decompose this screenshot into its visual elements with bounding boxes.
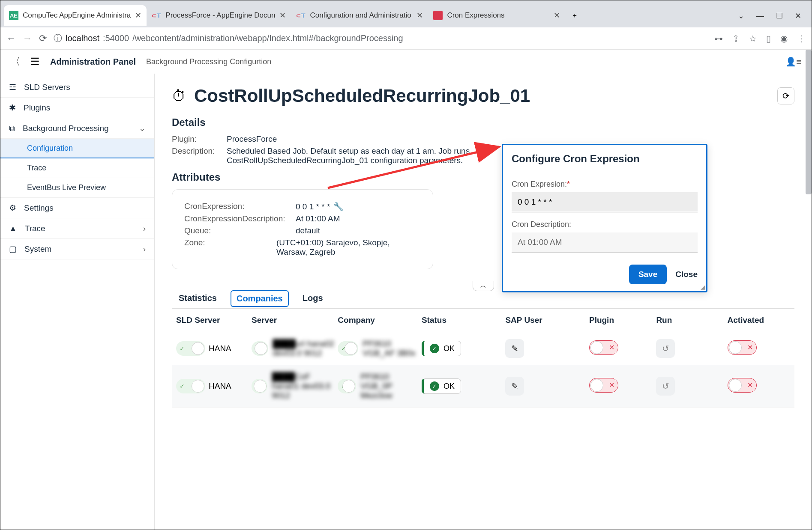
- panel-title: Administration Panel: [50, 57, 136, 67]
- tab-close-3[interactable]: ✕: [554, 11, 560, 20]
- hdr-server: Server: [252, 316, 338, 325]
- database-icon: ☲: [9, 82, 16, 92]
- sidebar-item-bg[interactable]: ⧉Background Processing⌄: [0, 118, 154, 139]
- sidebar-sub-configuration[interactable]: Configuration: [0, 139, 154, 158]
- status-text: OK: [443, 382, 455, 391]
- run-button[interactable]: ↺: [656, 339, 675, 358]
- resize-handle-icon[interactable]: ◢: [701, 283, 705, 290]
- tab-logs[interactable]: Logs: [300, 288, 326, 308]
- refresh-button[interactable]: ⟳: [777, 87, 794, 104]
- edit-sap-user[interactable]: ✎: [505, 377, 524, 396]
- maximize-icon[interactable]: ☐: [776, 11, 783, 21]
- sidebar-item-sld[interactable]: ☲SLD Servers: [0, 77, 154, 98]
- company-text: PF0610 VGB_0P Mezclow: [360, 372, 421, 400]
- plugin-toggle[interactable]: ✕: [589, 340, 618, 355]
- bookmark-icon[interactable]: ☆: [749, 33, 757, 44]
- edit-sap-user[interactable]: ✎: [505, 339, 524, 358]
- chevron-right-icon: ›: [143, 244, 146, 254]
- browser-tab-0[interactable]: AE CompuTec AppEngine Administra ✕: [4, 5, 147, 26]
- company-toggle[interactable]: ✓: [338, 379, 356, 393]
- tab-statistics[interactable]: Statistics: [176, 288, 219, 308]
- favicon-1: ⊂⊤: [152, 11, 161, 20]
- scrollbar[interactable]: [806, 50, 812, 194]
- browser-tab-1[interactable]: ⊂⊤ ProcessForce - AppEngine Docun ✕: [147, 5, 291, 26]
- sidebar-label: Plugins: [24, 103, 50, 113]
- plugin-toggle[interactable]: ✕: [589, 378, 618, 393]
- chevron-down-icon[interactable]: ⌄: [738, 11, 744, 21]
- tab-close-1[interactable]: ✕: [279, 11, 286, 20]
- attributes-card: CronExpression:0 0 1 * * *🔧 CronExpressi…: [172, 189, 433, 269]
- cron-expression-label: Cron Expresion:*: [512, 180, 698, 189]
- minimize-icon[interactable]: —: [756, 12, 764, 21]
- hdr-activated: Activated: [728, 316, 794, 325]
- app-menu-icon[interactable]: ☰: [30, 56, 40, 68]
- sld-toggle[interactable]: ✓: [176, 379, 205, 393]
- hdr-sld: SLD Server: [172, 316, 252, 325]
- plugin-label: Plugin:: [172, 134, 227, 144]
- sidebar: ☲SLD Servers ✱Plugins ⧉Background Proces…: [0, 74, 155, 530]
- tab-companies[interactable]: Companies: [231, 290, 289, 307]
- share-icon[interactable]: ⇪: [732, 33, 740, 44]
- close-button[interactable]: Close: [675, 265, 698, 284]
- sidebar-sub-eventbus[interactable]: EventBus Live Preview: [0, 178, 154, 198]
- sidebar-sub-trace[interactable]: Trace: [0, 158, 154, 178]
- close-window-icon[interactable]: ✕: [795, 11, 801, 21]
- server-toggle[interactable]: ✓: [252, 341, 268, 356]
- sidebar-label: System: [24, 244, 51, 254]
- hdr-status: Status: [422, 316, 506, 325]
- server-toggle[interactable]: ✓: [252, 379, 268, 393]
- reload-button[interactable]: ⟳: [39, 33, 47, 44]
- run-button[interactable]: ↺: [656, 377, 675, 396]
- plugin-value: ProcessForce: [227, 134, 277, 144]
- sidebar-sub-label: Configuration: [27, 144, 73, 153]
- tab-title-0: CompuTec AppEngine Administra: [23, 11, 131, 20]
- key-icon[interactable]: ⊶: [714, 33, 723, 44]
- hdr-run: Run: [656, 316, 727, 325]
- system-icon: ▢: [9, 244, 17, 254]
- url-field[interactable]: ⓘ localhost:54000/webcontent/administrat…: [54, 33, 707, 44]
- status-text: OK: [443, 344, 455, 353]
- queue-value: default: [296, 226, 320, 235]
- activated-toggle[interactable]: ✕: [728, 340, 757, 355]
- breadcrumb: Background Processing Configurtion: [146, 57, 271, 66]
- cron-value: 0 0 1 * * *: [296, 202, 330, 211]
- sidebar-item-plugins[interactable]: ✱Plugins: [0, 98, 154, 118]
- zone-value: (UTC+01:00) Sarajevo, Skopje, Warsaw, Za…: [276, 238, 421, 257]
- back-button[interactable]: ←: [6, 33, 16, 44]
- activated-toggle[interactable]: ✕: [728, 378, 757, 393]
- url-path: /webcontent/administration/webapp/Index.…: [132, 33, 403, 43]
- browser-tab-3[interactable]: Cron Expressions ✕: [428, 5, 565, 26]
- menu-icon[interactable]: ⋮: [797, 33, 806, 44]
- tab-close-2[interactable]: ✕: [416, 11, 423, 20]
- sidebar-item-trace[interactable]: ▲Trace›: [0, 218, 154, 239]
- check-icon: ✓: [430, 381, 439, 391]
- tab-title-1: ProcessForce - AppEngine Docun: [165, 11, 275, 20]
- tab-title-2: Configuration and Administratio: [310, 11, 411, 20]
- sld-toggle[interactable]: ✓: [176, 341, 205, 356]
- collapse-panel-button[interactable]: ︿: [473, 281, 494, 291]
- wrench-icon[interactable]: 🔧: [333, 202, 344, 211]
- favicon-0: AE: [9, 11, 18, 20]
- chevron-right-icon: ›: [143, 224, 146, 233]
- app-back-button[interactable]: 〈: [11, 55, 20, 68]
- profile-icon[interactable]: ◉: [780, 33, 788, 44]
- company-toggle[interactable]: ✓: [338, 341, 358, 356]
- save-button[interactable]: Save: [629, 265, 667, 284]
- crondesc-value: At 01:00 AM: [296, 214, 340, 223]
- cron-expression-input[interactable]: [512, 192, 698, 212]
- browser-tab-2[interactable]: ⊂⊤ Configuration and Administratio ✕: [291, 5, 428, 26]
- user-settings-icon[interactable]: 👤≡: [785, 57, 801, 67]
- browser-tab-strip: AE CompuTec AppEngine Administra ✕ ⊂⊤ Pr…: [0, 0, 812, 27]
- tab-close-0[interactable]: ✕: [135, 11, 141, 20]
- company-text: PF0610 VGB_AF 3B0x: [363, 339, 422, 358]
- reading-list-icon[interactable]: ▯: [766, 33, 771, 44]
- queue-label: Queue:: [184, 226, 296, 235]
- companies-table: SLD Server Server Company Status SAP Use…: [172, 309, 794, 408]
- favicon-3: [433, 11, 443, 20]
- hdr-sapuser: SAP User: [505, 316, 589, 325]
- new-tab-button[interactable]: ＋: [565, 11, 584, 20]
- site-info-icon[interactable]: ⓘ: [54, 33, 62, 44]
- sidebar-item-system[interactable]: ▢System›: [0, 239, 154, 259]
- sidebar-item-settings[interactable]: ⚙Settings: [0, 198, 154, 218]
- process-icon: ⧉: [9, 124, 15, 133]
